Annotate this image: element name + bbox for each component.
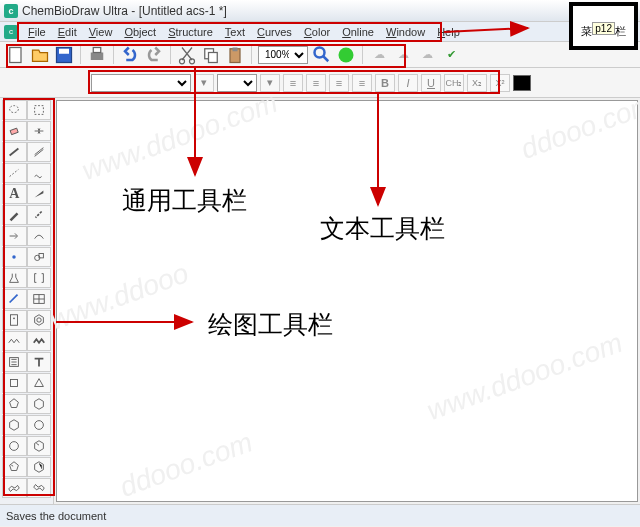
- tool-text[interactable]: A: [2, 184, 27, 204]
- tool-draw[interactable]: [2, 289, 27, 309]
- superscript-button[interactable]: X²: [490, 74, 510, 92]
- menu-view[interactable]: View: [83, 24, 119, 40]
- print-button[interactable]: [87, 45, 107, 65]
- tool-cyclopent[interactable]: [2, 457, 27, 477]
- menu-online[interactable]: Online: [336, 24, 380, 40]
- general-toolbar: 100% ☁ ☁ ☁ ✔: [0, 42, 640, 68]
- size-select[interactable]: [217, 74, 257, 92]
- tool-chair1[interactable]: [2, 478, 27, 498]
- tool-arrow[interactable]: [2, 226, 27, 246]
- tool-bond-dashed[interactable]: [2, 163, 27, 183]
- cloud2-button[interactable]: ☁: [393, 45, 413, 65]
- undo-button[interactable]: [120, 45, 140, 65]
- tool-bond-wavy[interactable]: [27, 163, 52, 183]
- tool-bracket[interactable]: [27, 268, 52, 288]
- menu-edit[interactable]: Edit: [52, 24, 83, 40]
- svg-point-11: [315, 47, 325, 57]
- doc-icon: c: [4, 25, 18, 39]
- callout-char-2: 栏: [615, 25, 626, 37]
- new-button[interactable]: [6, 45, 26, 65]
- svg-rect-15: [10, 128, 18, 135]
- tool-benzene[interactable]: [27, 310, 52, 330]
- tool-ring7[interactable]: [27, 415, 52, 435]
- cloud3-button[interactable]: ☁: [417, 45, 437, 65]
- separator: [362, 46, 363, 64]
- menu-file[interactable]: File: [22, 24, 52, 40]
- svg-rect-20: [11, 315, 18, 326]
- subscript-button[interactable]: X₂: [467, 74, 487, 92]
- tool-orbital[interactable]: [2, 247, 27, 267]
- separator: [113, 46, 114, 64]
- color-swatch[interactable]: [513, 75, 531, 91]
- tool-ring3[interactable]: [27, 373, 52, 393]
- tool-bond-wedge[interactable]: [27, 184, 52, 204]
- zoom-select[interactable]: 100%: [258, 46, 308, 64]
- bold-button[interactable]: B: [375, 74, 395, 92]
- tool-chain[interactable]: [27, 331, 52, 351]
- menu-curves[interactable]: Curves: [251, 24, 298, 40]
- redo-button[interactable]: [144, 45, 164, 65]
- align-justify-button[interactable]: ≡: [352, 74, 372, 92]
- tool-primitive[interactable]: [27, 247, 52, 267]
- tool-bond-solid[interactable]: [2, 142, 27, 162]
- font-select[interactable]: [91, 74, 191, 92]
- tool-chemical[interactable]: [2, 268, 27, 288]
- tool-arc[interactable]: [27, 226, 52, 246]
- cut-button[interactable]: [177, 45, 197, 65]
- menu-color[interactable]: Color: [298, 24, 336, 40]
- copy-button[interactable]: [201, 45, 221, 65]
- online-button[interactable]: [336, 45, 356, 65]
- italic-button[interactable]: I: [398, 74, 418, 92]
- size-dropdown-icon[interactable]: ▾: [260, 74, 280, 92]
- tool-ring5[interactable]: [2, 394, 27, 414]
- cloud1-button[interactable]: ☁: [369, 45, 389, 65]
- drawing-canvas[interactable]: www.ddooo.com ddooo.com www.ddooo www.dd…: [56, 100, 638, 502]
- tool-pen[interactable]: [2, 205, 27, 225]
- menu-structure[interactable]: Structure: [162, 24, 219, 40]
- font-dropdown-icon[interactable]: ▾: [194, 74, 214, 92]
- drawing-toolbox: A: [0, 98, 54, 504]
- menu-window[interactable]: Window: [380, 24, 431, 40]
- tool-tshape[interactable]: [27, 352, 52, 372]
- tool-acyclic[interactable]: [2, 331, 27, 351]
- tool-template[interactable]: [2, 352, 27, 372]
- callout-tip: p12: [592, 22, 615, 35]
- svg-point-13: [10, 106, 19, 113]
- separator: [80, 46, 81, 64]
- align-left-button[interactable]: ≡: [283, 74, 303, 92]
- align-right-button[interactable]: ≡: [329, 74, 349, 92]
- tool-ring4[interactable]: [2, 373, 27, 393]
- menu-object[interactable]: Object: [118, 24, 162, 40]
- svg-point-25: [34, 421, 43, 430]
- menu-help[interactable]: Help: [431, 24, 466, 40]
- paste-button[interactable]: [225, 45, 245, 65]
- tool-bond-hash[interactable]: [27, 205, 52, 225]
- menu-text[interactable]: Text: [219, 24, 251, 40]
- tool-lasso[interactable]: [2, 100, 27, 120]
- tool-ring8[interactable]: [2, 436, 27, 456]
- tool-ring6b[interactable]: [2, 415, 27, 435]
- tool-chair2[interactable]: [27, 478, 52, 498]
- tool-cyclohex[interactable]: [27, 436, 52, 456]
- watermark: ddooo.com: [517, 88, 640, 165]
- formula-button[interactable]: CH₂: [444, 74, 464, 92]
- tool-ring6[interactable]: [27, 394, 52, 414]
- tool-benzene2[interactable]: [27, 457, 52, 477]
- check-button[interactable]: ✔: [441, 45, 461, 65]
- svg-rect-2: [59, 48, 69, 53]
- open-button[interactable]: [30, 45, 50, 65]
- watermark: www.ddooo.com: [78, 87, 282, 187]
- align-center-button[interactable]: ≡: [306, 74, 326, 92]
- tool-eraser[interactable]: [2, 121, 27, 141]
- separator: [170, 46, 171, 64]
- tool-marquee[interactable]: [27, 100, 52, 120]
- svg-rect-24: [11, 380, 18, 387]
- tool-table[interactable]: [27, 289, 52, 309]
- tool-tlc[interactable]: [2, 310, 27, 330]
- zoom-tool-button[interactable]: [312, 45, 332, 65]
- underline-button[interactable]: U: [421, 74, 441, 92]
- save-button[interactable]: [54, 45, 74, 65]
- tool-fragment[interactable]: [27, 121, 52, 141]
- tool-bond-multi[interactable]: [27, 142, 52, 162]
- svg-rect-4: [93, 47, 101, 52]
